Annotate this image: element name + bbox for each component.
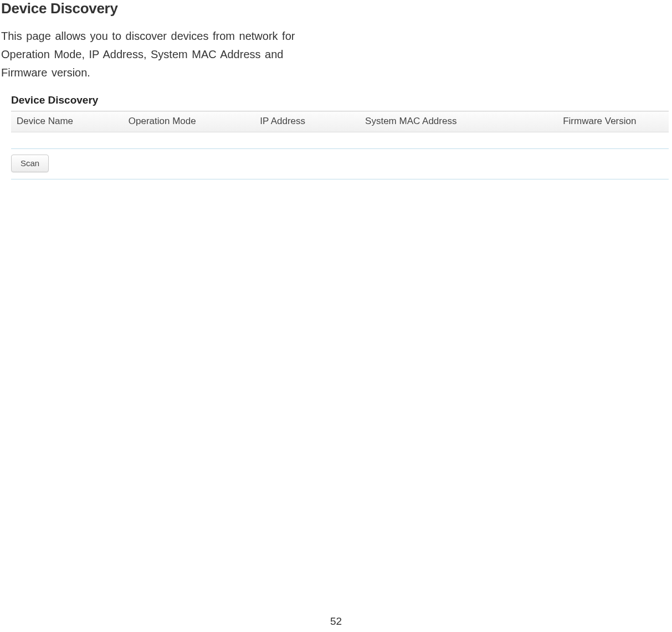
table-empty-area: [11, 132, 669, 149]
col-firmware-version: Firmware Version: [531, 111, 669, 132]
col-device-name: Device Name: [11, 111, 123, 132]
page-description: This page allows you to discover devices…: [0, 27, 321, 82]
col-system-mac: System MAC Address: [360, 111, 531, 132]
col-ip-address: IP Address: [254, 111, 360, 132]
panel-heading: Device Discovery: [11, 94, 669, 106]
scan-button[interactable]: Scan: [11, 155, 49, 172]
table-header-row: Device Name Operation Mode IP Address Sy…: [11, 111, 669, 132]
device-discovery-panel: Device Discovery Device Name Operation M…: [11, 94, 669, 179]
discovery-table: Device Name Operation Mode IP Address Sy…: [11, 111, 669, 132]
button-row: Scan: [11, 149, 669, 179]
col-operation-mode: Operation Mode: [123, 111, 254, 132]
page-number: 52: [330, 615, 342, 628]
page-title: Device Discovery: [0, 0, 672, 17]
